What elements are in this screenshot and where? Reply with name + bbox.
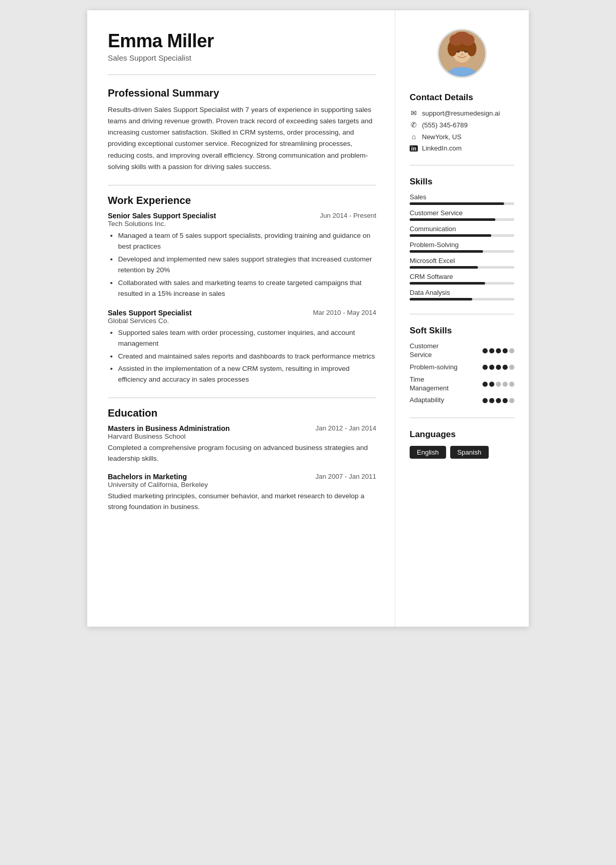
edu-school: University of California, Berkeley bbox=[108, 481, 376, 488]
skill-dot bbox=[489, 365, 494, 370]
contact-phone-value: (555) 345-6789 bbox=[422, 121, 468, 129]
skill-bar-background bbox=[410, 202, 514, 205]
language-tag: English bbox=[410, 446, 446, 459]
edu-date: Jan 2012 - Jan 2014 bbox=[315, 424, 376, 432]
job-date: Jun 2014 - Present bbox=[320, 212, 376, 219]
resume-page: Emma Miller Sales Support Specialist Pro… bbox=[87, 10, 529, 627]
soft-skills-section-title: Soft Skills bbox=[410, 326, 514, 336]
candidate-title: Sales Support Specialist bbox=[108, 53, 376, 62]
summary-section-title: Professional Summary bbox=[108, 87, 376, 99]
skill-bar-fill bbox=[410, 298, 472, 300]
skill-bar-fill bbox=[410, 250, 483, 253]
contact-section: Contact Details ✉ support@resumedesign.a… bbox=[410, 92, 514, 165]
edu-header: Bachelors in Marketing Jan 2007 - Jan 20… bbox=[108, 473, 376, 481]
skill-bar-fill bbox=[410, 218, 495, 221]
skill-bar-fill bbox=[410, 282, 485, 285]
skill-dots bbox=[483, 348, 514, 353]
skill-bar-fill bbox=[410, 234, 491, 237]
summary-text: Results-driven Sales Support Specialist … bbox=[108, 104, 376, 173]
edu-date: Jan 2007 - Jan 2011 bbox=[315, 473, 376, 480]
edu-degree: Bachelors in Marketing bbox=[108, 473, 187, 481]
left-column: Emma Miller Sales Support Specialist Pro… bbox=[87, 10, 395, 627]
skill-dot bbox=[509, 365, 514, 370]
skill-bar-background bbox=[410, 234, 514, 237]
job-title: Sales Support Specialist bbox=[108, 309, 191, 317]
skill-dot bbox=[483, 365, 488, 370]
skill-item: Data Analysis bbox=[410, 289, 514, 300]
skill-dot bbox=[489, 398, 494, 403]
edu-degree: Masters in Business Administration bbox=[108, 424, 230, 432]
edu-description: Completed a comprehensive program focusi… bbox=[108, 443, 376, 464]
skill-bar-background bbox=[410, 266, 514, 269]
avatar-image bbox=[439, 30, 485, 77]
svg-point-11 bbox=[464, 50, 468, 53]
soft-skill-item: TimeManagement bbox=[410, 375, 514, 393]
skill-name: Microsoft Excel bbox=[410, 257, 514, 265]
education-item: Bachelors in Marketing Jan 2007 - Jan 20… bbox=[108, 473, 376, 513]
skill-name: Communication bbox=[410, 225, 514, 233]
skill-dot bbox=[496, 398, 501, 403]
contact-email-value: support@resumedesign.ai bbox=[422, 109, 500, 117]
contact-linkedin: in LinkedIn.com bbox=[410, 144, 514, 152]
soft-skills-section: Soft Skills CustomerServiceProblem-solvi… bbox=[410, 326, 514, 418]
job-header: Sales Support Specialist Mar 2010 - May … bbox=[108, 309, 376, 317]
skill-dot bbox=[503, 348, 508, 353]
job-bullets: Supported sales team with order processi… bbox=[108, 328, 376, 386]
soft-skill-item: Adaptability bbox=[410, 396, 514, 405]
list-item: Managed a team of 5 sales support specia… bbox=[118, 231, 376, 252]
job-company: Tech Solutions Inc. bbox=[108, 220, 376, 228]
right-column: Contact Details ✉ support@resumedesign.a… bbox=[395, 10, 529, 627]
email-icon: ✉ bbox=[410, 109, 418, 117]
soft-skill-name: CustomerService bbox=[410, 342, 483, 360]
professional-summary-section: Professional Summary Results-driven Sale… bbox=[108, 87, 376, 173]
list-item: Created and maintained sales reports and… bbox=[118, 351, 376, 362]
skill-dot bbox=[483, 348, 488, 353]
skill-name: Sales bbox=[410, 193, 514, 201]
skill-dot bbox=[509, 398, 514, 403]
contact-phone: ✆ (555) 345-6789 bbox=[410, 121, 514, 129]
skill-bar-fill bbox=[410, 202, 504, 205]
skill-item: Customer Service bbox=[410, 209, 514, 221]
skill-bar-background bbox=[410, 298, 514, 300]
avatar bbox=[437, 29, 487, 78]
languages-section-title: Languages bbox=[410, 429, 514, 440]
contact-section-title: Contact Details bbox=[410, 92, 514, 103]
contact-location-value: NewYork, US bbox=[422, 133, 461, 141]
language-tags: EnglishSpanish bbox=[410, 446, 514, 459]
job-bullets: Managed a team of 5 sales support specia… bbox=[108, 231, 376, 299]
svg-point-10 bbox=[456, 50, 460, 53]
list-item: Assisted in the implementation of a new … bbox=[118, 364, 376, 385]
skill-dot bbox=[483, 382, 488, 387]
skill-name: CRM Software bbox=[410, 273, 514, 280]
education-section-title: Education bbox=[108, 407, 376, 419]
job-title: Senior Sales Support Specialist bbox=[108, 212, 216, 220]
skill-item: Problem-Solving bbox=[410, 241, 514, 253]
skills-list: Sales Customer Service Communication Pro… bbox=[410, 193, 514, 300]
divider-work bbox=[108, 185, 376, 185]
education-section: Education Masters in Business Administra… bbox=[108, 407, 376, 513]
skill-dots bbox=[483, 365, 514, 370]
skill-dot bbox=[489, 348, 494, 353]
skill-item: Microsoft Excel bbox=[410, 257, 514, 269]
soft-skill-name: TimeManagement bbox=[410, 375, 483, 393]
skill-item: CRM Software bbox=[410, 273, 514, 285]
svg-point-12 bbox=[461, 53, 464, 55]
list-item: Developed and implemented new sales supp… bbox=[118, 254, 376, 276]
job-date: Mar 2010 - May 2014 bbox=[313, 309, 376, 316]
language-tag: Spanish bbox=[450, 446, 489, 459]
languages-section: Languages EnglishSpanish bbox=[410, 429, 514, 468]
skill-bar-background bbox=[410, 250, 514, 253]
list-item: Collaborated with sales and marketing te… bbox=[118, 278, 376, 299]
contact-location: ⌂ NewYork, US bbox=[410, 133, 514, 141]
skill-dot bbox=[509, 348, 514, 353]
header-section: Emma Miller Sales Support Specialist bbox=[108, 31, 376, 75]
skill-dot bbox=[503, 365, 508, 370]
job-company: Global Services Co. bbox=[108, 317, 376, 325]
work-experience-section: Work Experience Senior Sales Support Spe… bbox=[108, 195, 376, 385]
work-section-title: Work Experience bbox=[108, 195, 376, 206]
skill-dot bbox=[496, 348, 501, 353]
contact-linkedin-value: LinkedIn.com bbox=[422, 144, 461, 152]
list-item: Supported sales team with order processi… bbox=[118, 328, 376, 349]
skill-dot bbox=[503, 398, 508, 403]
phone-icon: ✆ bbox=[410, 121, 418, 129]
